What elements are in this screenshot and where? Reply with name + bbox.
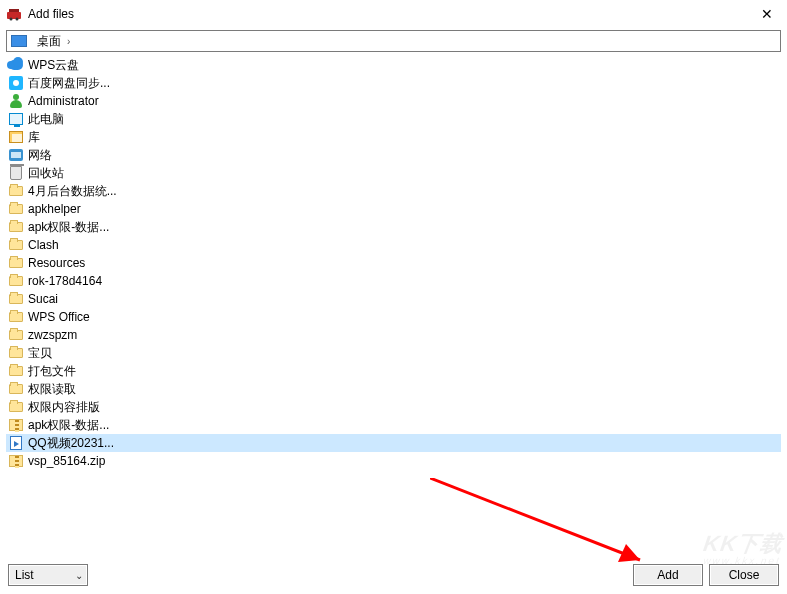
add-button[interactable]: Add xyxy=(633,564,703,586)
pc-icon xyxy=(8,111,24,127)
file-row[interactable]: rok-178d4164 xyxy=(6,272,781,290)
window-close-button[interactable]: ✕ xyxy=(747,0,787,28)
svg-rect-1 xyxy=(9,9,19,12)
file-label: Sucai xyxy=(28,292,58,306)
file-label: 宝贝 xyxy=(28,345,52,362)
view-mode-label: List xyxy=(15,568,34,582)
file-label: WPS云盘 xyxy=(28,57,79,74)
file-row[interactable]: 宝贝 xyxy=(6,344,781,362)
file-row[interactable]: 权限读取 xyxy=(6,380,781,398)
file-label: 打包文件 xyxy=(28,363,76,380)
file-row[interactable]: Clash xyxy=(6,236,781,254)
file-label: Administrator xyxy=(28,94,99,108)
lib-icon xyxy=(8,129,24,145)
file-row[interactable]: 打包文件 xyxy=(6,362,781,380)
folder-icon xyxy=(8,273,24,289)
file-label: 回收站 xyxy=(28,165,64,182)
file-label: 权限内容排版 xyxy=(28,399,100,416)
svg-point-3 xyxy=(16,18,19,21)
folder-icon xyxy=(8,255,24,271)
file-label: vsp_85164.zip xyxy=(28,454,105,468)
file-row[interactable]: apkhelper xyxy=(6,200,781,218)
file-label: apkhelper xyxy=(28,202,81,216)
chevron-right-icon: › xyxy=(65,36,72,47)
file-row[interactable]: Sucai xyxy=(6,290,781,308)
svg-rect-0 xyxy=(7,12,21,19)
folder-icon xyxy=(8,183,24,199)
file-label: 4月后台数据统... xyxy=(28,183,117,200)
folder-icon xyxy=(8,327,24,343)
view-mode-select[interactable]: List ⌄ xyxy=(8,564,88,586)
file-label: 此电脑 xyxy=(28,111,64,128)
breadcrumb-bar[interactable]: 桌面 › xyxy=(6,30,781,52)
file-row[interactable]: 百度网盘同步... xyxy=(6,74,781,92)
file-row[interactable]: 此电脑 xyxy=(6,110,781,128)
user-icon xyxy=(8,93,24,109)
file-row[interactable]: 4月后台数据统... xyxy=(6,182,781,200)
folder-icon xyxy=(8,345,24,361)
file-row[interactable]: WPS云盘 xyxy=(6,56,781,74)
folder-icon xyxy=(8,381,24,397)
file-row[interactable]: 回收站 xyxy=(6,164,781,182)
file-label: Resources xyxy=(28,256,85,270)
bin-icon xyxy=(8,165,24,181)
file-label: zwzspzm xyxy=(28,328,77,342)
file-list[interactable]: WPS云盘百度网盘同步...Administrator此电脑库网络回收站4月后台… xyxy=(6,56,781,556)
close-button-label: Close xyxy=(729,568,760,582)
folder-icon xyxy=(8,309,24,325)
file-label: rok-178d4164 xyxy=(28,274,102,288)
file-label: apk权限-数据... xyxy=(28,417,109,434)
file-label: apk权限-数据... xyxy=(28,219,109,236)
close-button[interactable]: Close xyxy=(709,564,779,586)
zip-icon xyxy=(8,417,24,433)
file-row[interactable]: 网络 xyxy=(6,146,781,164)
folder-icon xyxy=(8,237,24,253)
add-button-label: Add xyxy=(657,568,678,582)
file-label: QQ视频20231... xyxy=(28,435,114,452)
folder-icon xyxy=(8,291,24,307)
cloud-icon xyxy=(8,57,24,73)
file-label: WPS Office xyxy=(28,310,90,324)
file-row[interactable]: zwzspzm xyxy=(6,326,781,344)
file-label: 百度网盘同步... xyxy=(28,75,110,92)
file-row[interactable]: 库 xyxy=(6,128,781,146)
bottom-toolbar: List ⌄ Add Close xyxy=(0,556,787,594)
file-label: 权限读取 xyxy=(28,381,76,398)
file-row[interactable]: WPS Office xyxy=(6,308,781,326)
video-icon xyxy=(8,435,24,451)
file-label: 网络 xyxy=(28,147,52,164)
file-row[interactable]: Administrator xyxy=(6,92,781,110)
title-bar: Add files ✕ xyxy=(0,0,787,28)
chevron-down-icon: ⌄ xyxy=(75,570,83,581)
close-icon: ✕ xyxy=(761,6,773,22)
svg-point-2 xyxy=(10,18,13,21)
file-row[interactable]: vsp_85164.zip xyxy=(6,452,781,470)
file-row[interactable]: QQ视频20231... xyxy=(6,434,781,452)
folder-icon xyxy=(8,201,24,217)
folder-icon xyxy=(8,399,24,415)
folder-icon xyxy=(8,363,24,379)
app-icon xyxy=(6,6,22,22)
file-row[interactable]: Resources xyxy=(6,254,781,272)
net-icon xyxy=(8,147,24,163)
file-row[interactable]: apk权限-数据... xyxy=(6,218,781,236)
desktop-icon xyxy=(11,35,27,47)
window-title: Add files xyxy=(28,7,74,21)
breadcrumb-segment[interactable]: 桌面 xyxy=(33,33,65,50)
file-label: 库 xyxy=(28,129,40,146)
file-row[interactable]: 权限内容排版 xyxy=(6,398,781,416)
file-label: Clash xyxy=(28,238,59,252)
folder-icon xyxy=(8,219,24,235)
baidu-icon xyxy=(8,75,24,91)
file-row[interactable]: apk权限-数据... xyxy=(6,416,781,434)
zip-icon xyxy=(8,453,24,469)
